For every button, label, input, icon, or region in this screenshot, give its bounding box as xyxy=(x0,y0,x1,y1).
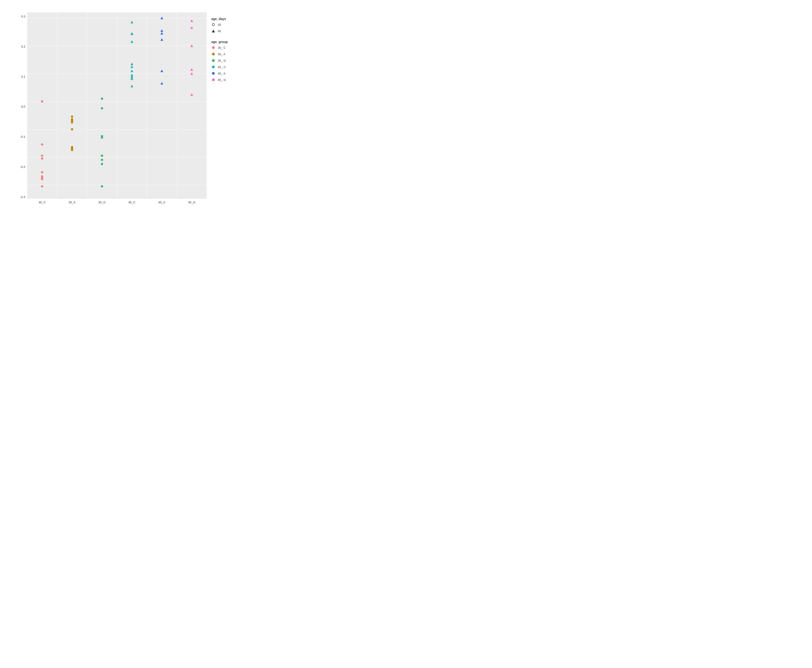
x-axis-label: 45_A xyxy=(147,200,177,204)
data-point xyxy=(190,45,193,47)
data-point xyxy=(131,33,133,35)
data-point xyxy=(161,32,163,35)
legend-color-dot xyxy=(211,45,216,50)
y-axis-label: -0.1 xyxy=(20,135,25,139)
data-point xyxy=(131,85,133,87)
legend-label: 30 xyxy=(218,23,221,27)
data-point xyxy=(190,68,193,71)
legend-color-dot xyxy=(211,65,216,69)
data-point xyxy=(101,136,103,139)
grid-line-vertical xyxy=(177,12,177,199)
data-point xyxy=(161,82,163,85)
plot-with-xaxis: 30_C30_A30_G45_C45_A45_G xyxy=(27,12,207,210)
legend-symbol xyxy=(211,23,216,27)
data-point xyxy=(190,93,193,96)
data-point xyxy=(161,70,163,72)
data-point xyxy=(131,77,133,80)
data-point xyxy=(131,21,133,23)
data-point xyxy=(131,63,133,65)
data-point xyxy=(41,171,43,174)
y-axis-label: 0.2 xyxy=(21,45,25,48)
legend-item-age-group: 45_ A xyxy=(211,71,255,75)
legend-item-age-group: 30_ A xyxy=(211,52,255,56)
legend-item-age-group: 45_ G xyxy=(211,78,255,82)
data-point xyxy=(101,107,103,110)
legend-label: 45_ G xyxy=(218,78,226,82)
data-point xyxy=(131,65,133,68)
data-point xyxy=(190,20,193,22)
data-point xyxy=(190,72,193,75)
y-axis-label: 0.1 xyxy=(21,75,25,78)
chart-container: 0.30.20.10.0-0.1-0.2-0.3 30_C30_A30_G45_… xyxy=(9,8,262,215)
legend-item-age-days: 45 xyxy=(211,29,255,33)
legend-age-group-title: age_group xyxy=(211,40,255,44)
data-point xyxy=(161,17,163,19)
legend-item-age-group: 45_ C xyxy=(211,65,255,69)
legend-color-dot xyxy=(211,52,216,56)
grid-line-vertical xyxy=(57,12,57,199)
data-point xyxy=(71,121,73,124)
data-point xyxy=(101,155,103,157)
data-point xyxy=(101,159,103,161)
legend-item-age-group: 30_ C xyxy=(211,45,255,50)
x-axis: 30_C30_A30_G45_C45_A45_G xyxy=(27,199,207,210)
data-point xyxy=(131,40,133,43)
data-point xyxy=(161,29,163,32)
legend-item-age-group: 30_ G xyxy=(211,58,255,63)
y-axis-and-plot: 0.30.20.10.0-0.1-0.2-0.3 30_C30_A30_G45_… xyxy=(13,12,207,210)
data-point xyxy=(131,70,133,72)
data-point xyxy=(161,38,163,41)
legend-label: 45_ C xyxy=(218,65,226,69)
legend-label: 30_ A xyxy=(218,52,225,56)
y-axis-label: -0.2 xyxy=(20,165,25,169)
y-axis-label: 0.0 xyxy=(21,105,25,109)
legend-label: 45_ A xyxy=(218,72,225,75)
legend-item-age-days: 30 xyxy=(211,23,255,27)
x-axis-label: 45_G xyxy=(177,200,207,204)
data-point xyxy=(41,157,43,160)
legend-label: 30_ C xyxy=(218,46,226,50)
grid-line-vertical xyxy=(87,12,87,199)
data-point xyxy=(41,100,43,103)
x-axis-label: 30_A xyxy=(57,200,87,204)
data-point xyxy=(101,163,103,165)
legend-color-dot xyxy=(211,71,216,75)
data-point xyxy=(101,185,103,187)
plot-area: 0.30.20.10.0-0.1-0.2-0.3 30_C30_A30_G45_… xyxy=(13,12,207,210)
data-point xyxy=(71,149,73,151)
x-axis-label: 45_C xyxy=(117,200,147,204)
x-axis-label: 30_G xyxy=(87,200,117,204)
y-axis-label: -0.3 xyxy=(20,195,25,199)
legend-age-days-title: age_days xyxy=(211,17,255,21)
data-point xyxy=(71,115,73,118)
legend-label: 30_ G xyxy=(218,59,226,62)
legend-color-dot xyxy=(211,78,216,82)
y-axis: 0.30.20.10.0-0.1-0.2-0.3 xyxy=(13,12,27,210)
legend-color-dot xyxy=(211,58,216,63)
legend-symbol xyxy=(211,29,216,33)
plot-grid xyxy=(27,12,207,199)
grid-line-vertical xyxy=(147,12,147,199)
data-point xyxy=(41,155,43,157)
legend: age_days3045age_group30_ C30_ A30_ G45_ … xyxy=(207,12,257,210)
data-point xyxy=(41,178,43,180)
data-point xyxy=(190,27,193,29)
data-point xyxy=(41,185,43,187)
y-axis-label: 0.3 xyxy=(21,15,25,18)
data-point xyxy=(101,97,103,100)
legend-label: 45 xyxy=(218,30,221,33)
data-point xyxy=(41,143,43,145)
x-axis-label: 30_C xyxy=(27,200,57,204)
data-point xyxy=(71,128,73,130)
